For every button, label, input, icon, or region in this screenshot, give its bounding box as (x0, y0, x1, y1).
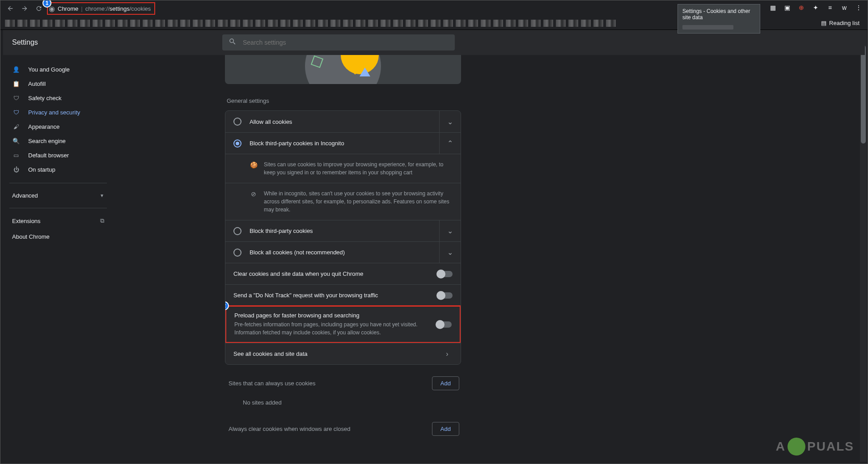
bookmark-item[interactable] (593, 20, 603, 27)
option-allow-all[interactable]: Allow all cookies ⌄ (225, 111, 461, 132)
bookmark-item[interactable] (5, 20, 15, 27)
radio-icon[interactable] (233, 227, 241, 235)
settings-sidebar: 👤You and Google 📋Autofill 🛡Safety check … (0, 30, 116, 464)
sidebar-item-on-startup[interactable]: ⏻On startup (0, 162, 110, 177)
bookmark-item[interactable] (330, 20, 340, 27)
bookmark-item[interactable] (17, 20, 27, 27)
chevron-down-icon[interactable]: ⌄ (445, 248, 456, 257)
bookmark-item[interactable] (581, 20, 591, 27)
bookmark-item[interactable] (318, 20, 328, 27)
bookmark-item[interactable] (468, 20, 478, 27)
row-label: Preload pages for faster browsing and se… (234, 312, 436, 319)
row-do-not-track[interactable]: Send a "Do Not Track" request with your … (225, 284, 461, 306)
bookmark-item[interactable] (543, 20, 553, 27)
bookmark-item[interactable] (280, 20, 290, 27)
ext-icon[interactable]: ≡ (825, 2, 835, 13)
sidebar-item-appearance[interactable]: 🖌Appearance (0, 119, 110, 134)
radio-icon[interactable] (233, 118, 241, 126)
bookmark-item[interactable] (180, 20, 190, 27)
ext-icon[interactable]: ⊕ (796, 2, 807, 13)
bookmark-item[interactable] (368, 20, 378, 27)
bookmark-item[interactable] (218, 20, 228, 27)
bookmark-item[interactable] (431, 20, 440, 27)
bookmark-item[interactable] (518, 20, 528, 27)
bookmark-item[interactable] (243, 20, 253, 27)
back-button[interactable] (4, 2, 17, 15)
bookmark-item[interactable] (356, 20, 365, 27)
toggle-switch[interactable] (436, 321, 452, 328)
add-button[interactable]: Add (432, 422, 459, 436)
bookmark-item[interactable] (93, 20, 102, 27)
bookmark-item[interactable] (568, 20, 578, 27)
radio-icon[interactable] (233, 139, 241, 148)
chevron-up-icon[interactable]: ⌃ (445, 139, 456, 148)
reading-list-icon: ▤ (821, 20, 826, 26)
bookmark-item[interactable] (255, 20, 265, 27)
reading-list-button[interactable]: ▤ Reading list (817, 18, 863, 28)
sidebar-item-default-browser[interactable]: ▭Default browser (0, 148, 110, 162)
search-input[interactable] (243, 39, 449, 46)
toggle-switch[interactable] (437, 271, 453, 277)
sidebar-item-search-engine[interactable]: 🔍Search engine (0, 134, 110, 148)
sidebar-item-autofill[interactable]: 📋Autofill (0, 76, 110, 91)
no-sites-text: No sites added (225, 390, 461, 410)
bookmark-item[interactable] (481, 20, 491, 27)
option-block-all[interactable]: Block all cookies (not recommended) ⌄ (225, 241, 461, 263)
option-block-incognito[interactable]: Block third-party cookies in Incognito ⌃ (225, 132, 461, 154)
sidebar-item-you-and-google[interactable]: 👤You and Google (0, 62, 110, 76)
bookmark-item[interactable] (418, 20, 428, 27)
bookmark-item[interactable] (30, 20, 40, 27)
chevron-down-icon[interactable]: ⌄ (445, 118, 456, 126)
bookmark-item[interactable] (443, 20, 453, 27)
sidebar-advanced[interactable]: Advanced▼ (0, 186, 116, 205)
bookmark-item[interactable] (155, 20, 165, 27)
sidebar-extensions[interactable]: Extensions⧉ (0, 213, 116, 229)
chrome-menu-icon[interactable]: ⋮ (853, 2, 864, 13)
address-bar[interactable]: 1 ◉ Chrome| chrome://settings/cookies (47, 2, 155, 15)
bookmark-item[interactable] (305, 20, 315, 27)
option-block-third-party[interactable]: Block third-party cookies ⌄ (225, 220, 461, 241)
bookmark-item[interactable] (168, 20, 178, 27)
bookmark-item[interactable] (343, 20, 353, 27)
toggle-switch[interactable] (437, 292, 453, 299)
bookmark-item[interactable] (506, 20, 516, 27)
bookmark-item[interactable] (606, 20, 616, 27)
bookmark-item[interactable] (105, 20, 115, 27)
bookmark-item[interactable] (193, 20, 203, 27)
add-button[interactable]: Add (432, 376, 459, 390)
extensions-icon[interactable]: ✦ (810, 2, 821, 13)
chevron-down-icon[interactable]: ⌄ (445, 227, 456, 235)
sidebar-about-chrome[interactable]: About Chrome (0, 229, 116, 245)
bookmark-item[interactable] (456, 20, 466, 27)
ext-icon[interactable]: w (839, 2, 850, 13)
bookmark-item[interactable] (406, 20, 415, 27)
bookmark-item[interactable] (80, 20, 90, 27)
search-settings[interactable] (222, 34, 455, 51)
ext-icon[interactable]: ▣ (782, 2, 792, 13)
bookmark-item[interactable] (55, 20, 65, 27)
bookmark-item[interactable] (118, 20, 127, 27)
row-clear-on-quit[interactable]: Clear cookies and site data when you qui… (225, 263, 461, 284)
row-preload-pages[interactable]: 2 Preload pages for faster browsing and … (225, 305, 461, 343)
bookmark-item[interactable] (293, 20, 303, 27)
bookmark-item[interactable] (268, 20, 278, 27)
bookmark-item[interactable] (393, 20, 403, 27)
sidebar-item-safety-check[interactable]: 🛡Safety check (0, 91, 110, 105)
scrollbar[interactable] (860, 30, 867, 462)
bookmark-item[interactable] (42, 20, 52, 27)
bookmark-item[interactable] (531, 20, 541, 27)
forward-button[interactable] (18, 2, 31, 15)
sidebar-item-privacy[interactable]: 🛡Privacy and security (0, 105, 110, 119)
bookmark-item[interactable] (381, 20, 390, 27)
bookmark-item[interactable] (205, 20, 215, 27)
bookmark-item[interactable] (493, 20, 503, 27)
scroll-thumb[interactable] (861, 45, 866, 143)
row-see-all-cookies[interactable]: See all cookies and site data › (225, 343, 461, 364)
bookmark-item[interactable] (68, 20, 77, 27)
radio-icon[interactable] (233, 249, 241, 257)
ext-icon[interactable]: ▦ (767, 2, 778, 13)
bookmark-item[interactable] (143, 20, 152, 27)
bookmark-item[interactable] (230, 20, 240, 27)
bookmark-item[interactable] (556, 20, 566, 27)
bookmark-item[interactable] (130, 20, 140, 27)
